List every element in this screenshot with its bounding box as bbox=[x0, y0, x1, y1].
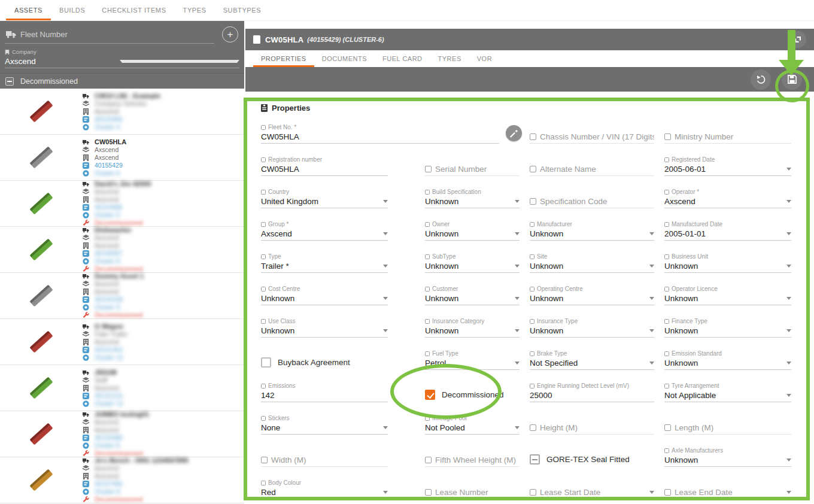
body-colour-select[interactable]: Red bbox=[261, 487, 388, 499]
building-icon bbox=[83, 473, 89, 479]
asset-line-truck: J55108 bbox=[83, 369, 244, 377]
customer-select[interactable]: Unknown bbox=[425, 293, 520, 305]
tyre-arrangement-select[interactable]: Not Applicable bbox=[664, 390, 791, 402]
decommissioned-checkbox[interactable]: Decommissioned bbox=[425, 390, 520, 400]
fleet-no-input[interactable]: CW05HLA bbox=[261, 132, 499, 144]
gore-tex-seal-checkbox-box[interactable] bbox=[530, 454, 540, 464]
operator-licence-select[interactable]: Unknown bbox=[664, 293, 791, 305]
tab-vor[interactable]: VOR bbox=[469, 50, 500, 67]
decommissioned-checkbox-box[interactable] bbox=[425, 390, 435, 400]
type-select[interactable]: Trailer * bbox=[261, 261, 388, 273]
top-tab-builds[interactable]: BUILDS bbox=[51, 0, 93, 20]
cost-centre-select[interactable]: Unknown bbox=[261, 293, 388, 305]
tab-tyres[interactable]: TYRES bbox=[430, 50, 469, 67]
dropdown-caret-icon bbox=[515, 265, 520, 268]
buyback-agreement-checkbox[interactable]: Buyback Agreement bbox=[261, 357, 388, 368]
asset-3d-brick-icon bbox=[29, 192, 53, 214]
asset-list-item[interactable]: CW05HLA Axscend Axscend 40155429 Cluster… bbox=[0, 135, 244, 181]
asset-line-truck: Dishwasher bbox=[83, 226, 244, 234]
asset-line-truck: CW10 LSE - Example bbox=[83, 92, 244, 100]
stickers-select[interactable]: None bbox=[261, 423, 388, 435]
field-use-class: Use Class Unknown bbox=[261, 310, 388, 342]
auto-generate-button[interactable] bbox=[506, 125, 522, 141]
width-input[interactable]: Width (M) bbox=[261, 455, 388, 467]
fleet-number-input[interactable]: Fleet Number bbox=[5, 26, 214, 44]
operator-select[interactable]: Axscend bbox=[664, 196, 791, 208]
dropdown-caret-icon bbox=[383, 232, 388, 235]
subtype-select[interactable]: Unknown bbox=[425, 261, 520, 273]
asset-list-item[interactable]: G Wagon Fake Trailer Axscend 40141454 Cl… bbox=[0, 319, 244, 365]
wrench-icon bbox=[83, 496, 89, 503]
site-select[interactable]: Unknown bbox=[530, 261, 654, 273]
group-select[interactable]: Axscend bbox=[261, 229, 388, 241]
expand-button[interactable] bbox=[789, 31, 806, 48]
business-unit-select[interactable]: Unknown bbox=[664, 261, 791, 273]
asset-list-item[interactable]: David's Jim 42000 Axscend Axscend 401145… bbox=[0, 181, 244, 227]
decommissioned-group-checkbox[interactable] bbox=[5, 77, 14, 86]
mileage-pool-select[interactable]: Not Pooled bbox=[425, 423, 520, 435]
manufactured-date-select[interactable]: 2005-01-01 bbox=[664, 229, 791, 241]
company-select[interactable]: Axscend bbox=[5, 55, 239, 68]
engine-running-detect-level-input[interactable]: 25000 bbox=[530, 390, 654, 402]
registration-number-input[interactable]: CW05HLA bbox=[261, 164, 388, 176]
undo-button[interactable] bbox=[751, 69, 771, 90]
asset-line-building: Axscend bbox=[83, 338, 244, 346]
emission-standard-select[interactable]: Unknown bbox=[664, 358, 791, 370]
specification-code-input[interactable]: Specification Code bbox=[530, 196, 654, 208]
asset-list-item[interactable]: Dummy Asset 1 Axscend Axscend 40144158 C… bbox=[0, 273, 244, 319]
registered-date-select[interactable]: 2005-06-01 bbox=[664, 164, 791, 176]
asset-3d-brick-icon bbox=[29, 423, 53, 445]
field-site: Site Unknown bbox=[530, 245, 654, 278]
tab-fuel-card[interactable]: FUEL CARD bbox=[375, 50, 430, 67]
decommissioned-group-header[interactable]: Decommissioned bbox=[0, 73, 244, 89]
finance-type-select[interactable]: Unknown bbox=[664, 326, 791, 338]
asset-list-item[interactable]: Dishwasher Axscend Axscend 40140057 Clus… bbox=[0, 227, 244, 273]
asset-line-tag: 40137456 bbox=[83, 480, 244, 488]
brake-type-select[interactable]: Not Specified bbox=[530, 358, 654, 370]
insurance-type-select[interactable]: Unknown bbox=[530, 326, 654, 338]
add-asset-button[interactable]: + bbox=[222, 26, 238, 42]
top-tab-checklist-items[interactable]: CHECKLIST ITEMS bbox=[93, 0, 174, 20]
asset-list-item[interactable]: CW10 LSE - Example Company Vehicles Axsc… bbox=[0, 89, 244, 135]
dropdown-caret-icon bbox=[786, 491, 791, 494]
lease-end-date-input[interactable]: Lease End Date bbox=[664, 487, 791, 499]
layers-icon bbox=[83, 377, 89, 384]
ministry-number-input[interactable]: Ministry Number bbox=[664, 132, 791, 144]
use-class-select[interactable]: Unknown bbox=[261, 326, 388, 338]
operating-centre-select[interactable]: Unknown bbox=[530, 293, 654, 305]
build-specification-select[interactable]: Unknown bbox=[425, 196, 520, 208]
manufacturer-select[interactable]: Unknown bbox=[530, 229, 654, 241]
top-tab-assets[interactable]: ASSETS bbox=[6, 0, 51, 20]
field-axle-manufacturers: Axle Manufacturers Unknown bbox=[664, 439, 791, 472]
alternate-name-input[interactable]: Alternate Name bbox=[530, 164, 654, 176]
buyback-agreement-checkbox-box[interactable] bbox=[261, 357, 271, 368]
owner-select[interactable]: Unknown bbox=[425, 229, 520, 241]
emissions-input[interactable]: 142 bbox=[261, 390, 388, 402]
lease-number-input[interactable]: Lease Number bbox=[425, 487, 520, 499]
top-tab-types[interactable]: TYPES bbox=[175, 0, 215, 20]
asset-list-item[interactable]: J55108 Staff Axscend 40131216 Cluster 12 bbox=[0, 365, 244, 411]
fuel-type-select[interactable]: Petrol bbox=[425, 358, 520, 370]
length-input[interactable]: Length (M) bbox=[664, 423, 791, 435]
fifth-wheel-height-input[interactable]: Fifth Wheel Height (M) bbox=[425, 455, 520, 467]
save-button[interactable] bbox=[782, 69, 802, 90]
truck-icon bbox=[83, 411, 89, 418]
lease-start-date-input[interactable]: Lease Start Date bbox=[530, 487, 654, 499]
dropdown-caret-icon bbox=[786, 232, 791, 235]
tab-properties[interactable]: PROPERTIES bbox=[253, 50, 314, 67]
asset-list-item[interactable]: JUMBO testing01 Axscend Axscend 40132589… bbox=[0, 411, 244, 457]
height-input[interactable]: Height (M) bbox=[530, 423, 654, 435]
asset-line-layers: Axscend bbox=[83, 146, 244, 154]
top-tab-subtypes[interactable]: SUBTYPES bbox=[215, 0, 270, 20]
serial-number-input[interactable]: Serial Number bbox=[425, 164, 520, 176]
chassis-number-input[interactable]: Chassis Number / VIN (17 Digits) bbox=[530, 132, 654, 144]
building-icon bbox=[83, 242, 89, 249]
axle-manufacturers-select[interactable]: Unknown bbox=[664, 455, 791, 467]
tab-documents[interactable]: DOCUMENTS bbox=[314, 50, 375, 67]
asset-list-item[interactable]: Jo's Bench - 0001 1234567890 Axscend Axs… bbox=[0, 457, 244, 503]
country-select[interactable]: United Kingdom bbox=[261, 196, 388, 208]
insurance-category-select[interactable]: Unknown bbox=[425, 326, 520, 338]
gore-tex-seal-checkbox[interactable]: GORE-TEX Seal Fitted bbox=[530, 454, 654, 464]
field-cost-centre: Cost Centre Unknown bbox=[261, 278, 388, 310]
building-icon bbox=[5, 50, 10, 54]
